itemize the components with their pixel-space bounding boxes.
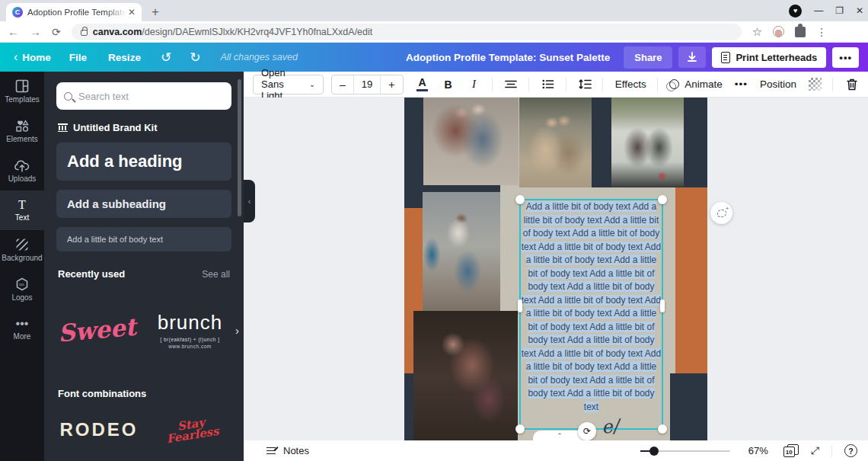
resize-handle-top-left[interactable] [515,195,525,204]
zoom-slider-thumb[interactable] [649,447,659,456]
more-dots-icon: ••• [16,318,29,330]
bold-button[interactable]: B [442,78,455,91]
sidebar-item-templates[interactable]: Templates [0,72,44,111]
font-size-increase-button[interactable]: + [381,78,402,91]
header-more-button[interactable]: ••• [832,47,859,68]
home-button[interactable]: ‹ Home [9,50,59,64]
photo-men-hugging[interactable] [519,98,592,187]
sidebar-item-logos[interactable]: co. Logos [0,270,44,309]
extension-icon[interactable] [773,26,784,37]
sidebar-item-more[interactable]: ••• More [0,309,44,349]
photo-couple-with-flowers[interactable] [413,311,518,440]
position-button[interactable]: Position [760,78,796,90]
font-combo-stay-fearless[interactable]: Stay Fearless [149,413,234,447]
print-letterheads-button[interactable]: Print Letterheads [712,47,826,68]
effects-button[interactable]: Effects [615,78,646,90]
resize-handle-top-right[interactable] [658,195,667,204]
font-size-value[interactable]: 19 [353,75,381,94]
brand-kit-icon [58,123,68,132]
resize-button[interactable]: Resize [97,52,152,63]
add-comment-button[interactable] [710,202,732,224]
templates-icon [15,79,29,93]
font-family-select[interactable]: Open Sans Light ⌄ [253,75,324,94]
recently-used-heading: Recently used [58,268,125,280]
recent-font-brunch[interactable]: brunch [ br(eakfast) + (l)unch ] www.bru… [144,311,236,349]
toolbar-more-button[interactable]: ••• [735,78,748,90]
sidebar-item-text[interactable]: T Text [0,190,44,230]
pages-button[interactable]: 10 [783,444,799,457]
italic-button[interactable]: I [468,78,481,91]
sidebar-nav-rail: Templates Elements Uploads T Text Backgr… [0,72,44,461]
navy-block-bottom-right [670,373,707,440]
forward-icon[interactable]: → [30,25,41,38]
selected-text-box[interactable]: Add a little bit of body text Add a litt… [519,199,663,430]
photo-women-in-car-trunk[interactable] [611,98,684,187]
window-minimize-button[interactable]: — [814,5,823,16]
browser-profile-avatar[interactable]: ♥ [789,5,802,18]
animate-icon [669,79,679,89]
add-subheading-card[interactable]: Add a subheading [56,190,231,218]
add-body-text-card[interactable]: Add a little bit of body text [56,227,231,251]
panel-collapse-button[interactable]: ‹ [244,180,255,222]
new-tab-button[interactable]: + [146,4,164,21]
brand-kit-row[interactable]: Untitled Brand Kit [58,122,230,133]
transparency-icon[interactable] [809,78,822,91]
reload-icon[interactable]: ⟳ [52,26,61,38]
resize-handle-left[interactable] [518,299,522,312]
body-text-content[interactable]: Add a little bit of body text Add a litt… [521,200,662,414]
lock-icon [81,30,88,36]
resize-handle-bottom-left[interactable] [515,424,525,434]
window-maximize-button[interactable]: ❐ [835,5,844,16]
page-url[interactable]: canva.com/design/DAEwmlSJlxk/KH2vrq4JVF1… [93,27,373,37]
tab-close-icon[interactable]: ✕ [126,7,137,18]
redo-icon[interactable]: ↻ [180,50,209,66]
sidebar-item-uploads[interactable]: Uploads [0,151,44,190]
add-heading-card[interactable]: Add a heading [56,142,231,181]
design-page[interactable]: Add a little bit of body text Add a litt… [404,98,707,440]
browser-tab[interactable]: C Adoption Profile Template: Suns ✕ [6,3,142,21]
photo-couple-in-room[interactable] [423,192,500,312]
photo-couple-on-floor[interactable] [423,98,519,185]
search-box[interactable] [56,82,231,110]
help-button[interactable]: ? [844,444,857,457]
rotate-handle[interactable]: ⟳ [578,422,596,440]
sidebar-item-background[interactable]: Background [0,230,44,270]
script-text-fragment[interactable]: e/ [601,415,620,438]
download-button[interactable] [678,46,706,68]
comment-bubble-icon [717,210,726,217]
panel-scrollbar[interactable] [238,79,241,216]
text-color-button[interactable]: A [416,77,427,91]
font-size-decrease-button[interactable]: – [332,78,353,91]
fullscreen-icon[interactable]: ⤢ [811,444,819,457]
bullet-list-button[interactable] [541,79,555,89]
undo-icon[interactable]: ↺ [152,50,180,66]
text-align-button[interactable] [504,80,518,89]
line-spacing-button[interactable] [578,79,592,89]
share-button[interactable]: Share [624,46,672,69]
recent-font-sweet[interactable]: Sweet [57,313,138,347]
carousel-next-icon[interactable]: › [235,324,239,337]
zoom-slider[interactable] [640,450,730,452]
address-bar[interactable]: canva.com/design/DAEwmlSJlxk/KH2vrq4JVF1… [72,24,742,40]
orange-block-right [675,187,707,373]
resize-handle-right[interactable] [660,299,665,312]
notes-button[interactable]: Notes [266,445,309,456]
window-close-button[interactable]: ✕ [856,5,863,16]
font-combo-rodeo[interactable]: RODEO [58,419,140,440]
search-input[interactable] [78,91,224,102]
canva-editor-window: C Adoption Profile Template: Suns ✕ + ♥ … [0,0,868,461]
logos-icon: co. [15,277,29,291]
sidebar-item-elements[interactable]: Elements [0,111,44,151]
delete-button[interactable] [845,78,859,91]
animate-button[interactable]: Animate [669,78,723,90]
line-spacing-icon [579,79,592,89]
design-title[interactable]: Adoption Profile Template: Sunset Palett… [406,52,610,63]
resize-handle-bottom-right[interactable] [658,424,667,434]
see-all-link[interactable]: See all [202,269,230,280]
back-icon[interactable]: ← [8,25,19,38]
bookmark-star-icon[interactable]: ☆ [752,25,762,39]
file-menu-button[interactable]: File [59,52,97,63]
canvas-workspace[interactable]: Add a little bit of body text Add a litt… [244,98,868,440]
browser-menu-icon[interactable]: ⋮ [816,26,827,38]
extensions-puzzle-icon[interactable] [795,27,806,37]
